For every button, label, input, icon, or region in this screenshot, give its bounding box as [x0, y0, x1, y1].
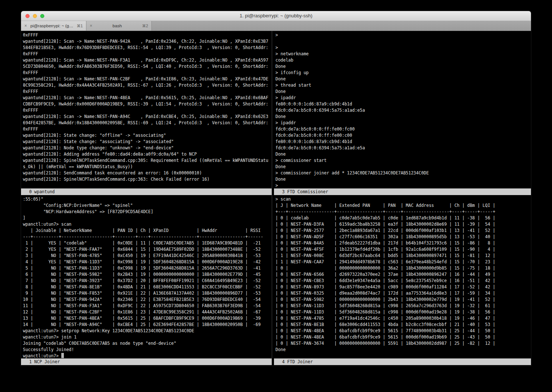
tmux-pane-status-top: 0 wpantund 3 FTD Commissioner [21, 188, 531, 195]
tmux-top-row: 0xFFFF wpantund[2128]: Scan -> Name:NEST… [21, 31, 531, 188]
pane-ftd-joiner-output: > scan | J | Network Name | Extended PAN… [274, 195, 531, 353]
pane-title-wpantund: 0 wpantund [21, 188, 272, 195]
pane-ftd-joiner[interactable]: > scan | J | Network Name | Extended PAN… [274, 195, 531, 358]
pane-ftd-commissioner[interactable]: > > > networkname codelab Done > ifconfi… [274, 31, 531, 188]
terminal-cursor [61, 353, 64, 358]
pane-ftd-commissioner-output: > > > networkname codelab Done > ifconfi… [274, 31, 531, 188]
screen: 1. pi@raspberrypi: ~ (gnubby-ssh) × pi@r… [0, 0, 552, 392]
pane-ncp-joiner[interactable]: :55:05)" "Config:NCP:DriverName" => "spi… [21, 195, 272, 358]
pane-wpantund[interactable]: 0xFFFF wpantund[2128]: Scan -> Name:NEST… [21, 31, 272, 188]
tmux-bottom-row: :55:05)" "Config:NCP:DriverName" => "spi… [21, 195, 531, 358]
tab-label: bash [95, 24, 140, 28]
zoom-window-button[interactable] [40, 14, 44, 18]
tab-bar: × pi@raspberrypi: ~ (g… ⌘1 × bash ⌘2 [21, 21, 531, 31]
tab-close-icon[interactable]: × [24, 23, 27, 28]
traffic-lights [25, 14, 44, 18]
close-window-button[interactable] [25, 14, 30, 18]
tab-ssh-session[interactable]: × pi@raspberrypi: ~ (g… ⌘1 [21, 21, 86, 31]
minimize-window-button[interactable] [33, 14, 37, 18]
tab-bar-filler [152, 21, 531, 31]
tab-close-icon[interactable]: × [90, 23, 92, 28]
tab-bash[interactable]: × bash ⌘2 [86, 21, 152, 31]
pane-title-ftd-commissioner: 3 FTD Commissioner [274, 188, 531, 195]
tab-shortcut-label: ⌘2 [142, 24, 148, 28]
tab-label: pi@raspberrypi: ~ (g… [30, 24, 74, 28]
tmux-session: 0xFFFF wpantund[2128]: Scan -> Name:NEST… [21, 31, 531, 365]
terminal-window: 1. pi@raspberrypi: ~ (gnubby-ssh) × pi@r… [21, 11, 531, 366]
pane-wpantund-output: 0xFFFF wpantund[2128]: Scan -> Name:NEST… [21, 31, 272, 183]
window-title: 1. pi@raspberrypi: ~ (gnubby-ssh) [21, 11, 531, 21]
tab-shortcut-label: ⌘1 [77, 24, 83, 28]
pane-title-ftd-joiner: 4 FTD Joiner [274, 358, 531, 365]
pane-title-ncp-joiner: 1 NCP Joiner [21, 358, 272, 365]
titlebar[interactable]: 1. pi@raspberrypi: ~ (gnubby-ssh) [21, 11, 531, 21]
tmux-pane-status-bottom: 1 NCP Joiner 4 FTD Joiner [21, 358, 531, 365]
pane-ncp-joiner-output: :55:05)" "Config:NCP:DriverName" => "spi… [21, 195, 272, 358]
